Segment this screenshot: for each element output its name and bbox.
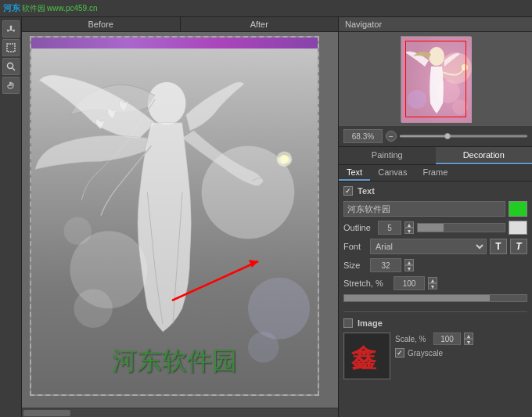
section-divider — [343, 311, 527, 312]
font-label: Font — [343, 242, 367, 251]
zoom-input[interactable] — [343, 129, 383, 143]
hand-tool-button[interactable] — [2, 77, 20, 94]
before-after-tabs: Before After — [22, 17, 338, 32]
svg-line-3 — [13, 68, 15, 70]
font-italic-button[interactable]: T — [510, 239, 527, 254]
scale-input[interactable] — [433, 333, 461, 345]
canvas-area[interactable]: 河东软件园 — [22, 32, 338, 408]
size-up-button[interactable]: ▲ — [404, 259, 414, 265]
stretch-row: Stretch, % ▲ ▼ — [343, 276, 527, 290]
scrollbar-thumb[interactable] — [23, 410, 70, 416]
image-options: Scale, % ▲ ▼ Grayscale — [395, 333, 527, 358]
text-checkbox[interactable] — [343, 186, 353, 196]
nav-red-rect — [405, 41, 466, 117]
move-tool-button[interactable] — [2, 20, 20, 38]
decoration-tab[interactable]: Decoration — [436, 147, 533, 164]
svg-point-13 — [64, 217, 92, 245]
stretch-value-input[interactable] — [394, 276, 425, 290]
scale-label: Scale, % — [395, 335, 430, 343]
text-input-row — [343, 201, 527, 217]
text-color-swatch[interactable] — [509, 201, 527, 217]
text-value-input[interactable] — [343, 201, 505, 217]
text-section-header: Text — [343, 186, 527, 196]
outline-slider[interactable] — [417, 223, 505, 232]
image-thumbnail[interactable]: 鑫 — [343, 333, 390, 379]
sub-tabs: Text Canvas Frame — [339, 165, 532, 182]
grayscale-label: Grayscale — [408, 349, 443, 358]
svg-line-14 — [172, 261, 258, 300]
chinese-watermark-text: 河东软件园 — [112, 344, 237, 379]
center-canvas-area: Before After — [22, 17, 338, 417]
size-row: Size ▲ ▼ — [343, 258, 527, 272]
scale-spinner: ▲ ▼ — [464, 333, 473, 345]
stretch-label: Stretch, % — [343, 279, 390, 288]
grayscale-row: Grayscale — [395, 348, 527, 358]
font-bold-button[interactable]: T — [490, 239, 507, 254]
stretch-up-button[interactable]: ▲ — [428, 277, 437, 283]
outline-value-input[interactable] — [378, 221, 401, 235]
size-down-button[interactable]: ▼ — [404, 265, 414, 271]
image-preview-area: 鑫 Scale, % ▲ ▼ — [343, 333, 527, 379]
navigator-header: Navigator — [339, 17, 532, 32]
zoom-slider-track — [400, 135, 527, 137]
zoom-slider[interactable] — [400, 135, 527, 138]
svg-point-7 — [147, 81, 185, 124]
left-tools-panel — [0, 17, 22, 417]
font-select[interactable]: Arial Times New Roman Verdana — [370, 239, 487, 254]
red-arrow-svg — [164, 253, 274, 308]
svg-text:鑫: 鑫 — [351, 344, 377, 372]
outline-color-swatch[interactable] — [509, 221, 527, 235]
scale-up-button[interactable]: ▲ — [464, 333, 473, 339]
zoom-minus-button[interactable]: − — [386, 131, 397, 142]
svg-rect-1 — [7, 44, 15, 52]
grayscale-checkbox[interactable] — [395, 348, 404, 358]
svg-point-12 — [248, 332, 279, 363]
decoration-content: Text Outline ▲ ▼ — [339, 182, 532, 417]
canvas-subtab[interactable]: Canvas — [370, 165, 415, 181]
scale-down-button[interactable]: ▼ — [464, 339, 473, 345]
select-tool-button[interactable] — [2, 39, 20, 56]
bottom-scrollbar[interactable] — [22, 408, 338, 417]
angel-sketch-svg — [31, 38, 318, 394]
watermark-url: www.pc459.cn — [47, 4, 97, 13]
size-spinner: ▲ ▼ — [404, 259, 414, 271]
outline-row: Outline ▲ ▼ — [343, 221, 527, 235]
image-section-label: Image — [358, 318, 383, 328]
after-tab[interactable]: After — [181, 17, 339, 31]
before-tab[interactable]: Before — [22, 17, 181, 31]
top-toolbar: 河东 软件园 www.pc459.cn — [0, 0, 532, 17]
image-section: Image 鑫 Scale, % — [343, 318, 527, 379]
watermark-logo: 河东 — [3, 2, 20, 14]
frame-subtab[interactable]: Frame — [415, 165, 455, 181]
stretch-spinner: ▲ ▼ — [428, 277, 437, 289]
text-section-label: Text — [358, 186, 375, 196]
svg-point-10 — [281, 155, 289, 163]
angel-canvas: 河东软件园 — [30, 36, 319, 396]
image-section-header: Image — [343, 318, 527, 328]
image-thumb-svg: 鑫 — [345, 334, 389, 378]
right-panel: Navigator — [338, 17, 532, 417]
main-layout: Before After — [0, 17, 532, 417]
size-value-input[interactable] — [370, 258, 401, 272]
stretch-slider[interactable] — [343, 294, 527, 302]
size-label: Size — [343, 261, 367, 270]
nav-preview-image — [401, 36, 471, 122]
font-row: Font Arial Times New Roman Verdana T T — [343, 239, 527, 254]
svg-marker-0 — [7, 25, 15, 32]
svg-point-2 — [7, 63, 13, 69]
painting-tab[interactable]: Painting — [339, 147, 436, 164]
navigator-title: Navigator — [345, 20, 382, 29]
zoom-tool-button[interactable] — [2, 58, 20, 75]
outline-down-button[interactable]: ▼ — [404, 228, 414, 234]
outline-label: Outline — [343, 223, 375, 232]
stretch-down-button[interactable]: ▼ — [428, 283, 437, 289]
watermark-site: 软件园 — [22, 3, 45, 14]
text-subtab[interactable]: Text — [339, 165, 370, 181]
angel-canvas-inner: 河东软件园 — [31, 38, 318, 394]
canvas-content: 河东软件园 — [22, 32, 338, 408]
navigator-preview[interactable] — [339, 32, 532, 126]
outline-up-button[interactable]: ▲ — [404, 221, 414, 228]
zoom-controls: − — [339, 126, 532, 147]
image-checkbox[interactable] — [343, 318, 353, 328]
pd-tabs: Painting Decoration — [339, 147, 532, 165]
